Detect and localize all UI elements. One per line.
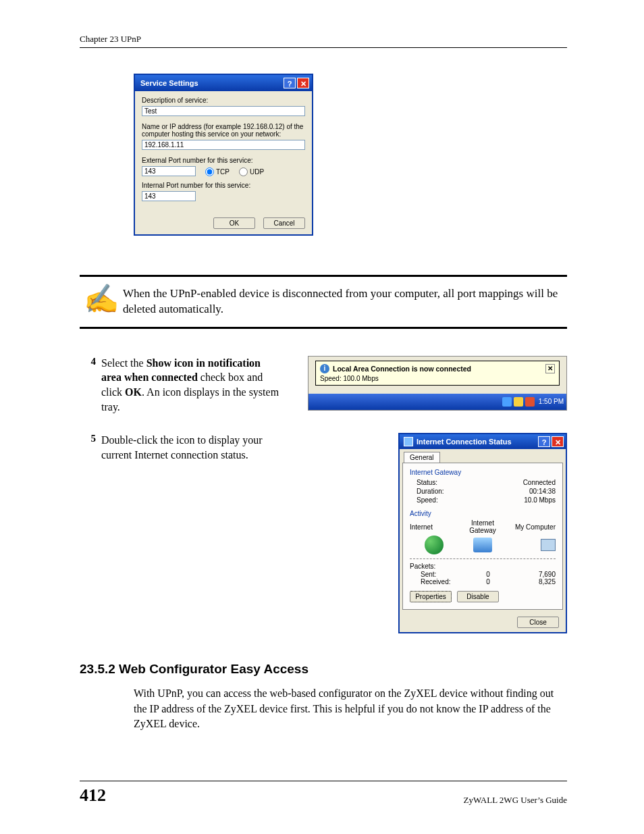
systray-icons bbox=[502, 397, 535, 407]
group-internet-gateway: Internet Gateway bbox=[410, 469, 556, 476]
dialog-title: Internet Connection Status bbox=[417, 438, 537, 446]
tab-general[interactable]: General bbox=[404, 452, 440, 463]
disable-button[interactable]: Disable bbox=[457, 591, 499, 602]
computer-icon bbox=[541, 539, 556, 551]
cancel-button[interactable]: Cancel bbox=[263, 217, 305, 229]
received-gw-value: 0 bbox=[466, 578, 510, 585]
host-input[interactable] bbox=[142, 140, 305, 150]
dialog-title: Service Settings bbox=[140, 79, 198, 87]
window-icon bbox=[404, 437, 413, 446]
received-pc-value: 8,325 bbox=[511, 578, 556, 585]
taskbar: 1:50 PM bbox=[308, 394, 566, 410]
status-value: Connected bbox=[523, 479, 556, 486]
gateway-icon bbox=[473, 538, 492, 552]
balloon-title: Local Area Connection is now connected bbox=[333, 365, 471, 373]
received-label: Received: bbox=[421, 578, 465, 585]
shield-icon[interactable] bbox=[514, 397, 523, 407]
duration-value: 00:14:38 bbox=[529, 488, 556, 495]
page-number: 412 bbox=[80, 785, 106, 806]
packets-label: Packets: bbox=[410, 563, 435, 570]
activity-computer-label: My Computer bbox=[508, 523, 556, 531]
tcp-label: TCP bbox=[216, 168, 230, 176]
sent-pc-value: 7,690 bbox=[511, 571, 556, 578]
balloon-speed: Speed: 100.0 Mbps bbox=[320, 375, 555, 382]
ok-button[interactable]: OK bbox=[213, 217, 255, 229]
step-text: Select the Show icon in notification are… bbox=[101, 356, 282, 414]
chapter-header: Chapter 23 UPnP bbox=[80, 34, 567, 48]
external-port-input[interactable] bbox=[142, 166, 196, 176]
section-paragraph: With UPnP, you can access the web-based … bbox=[134, 686, 567, 731]
close-icon[interactable]: ✕ bbox=[297, 78, 309, 88]
page-footer: 412 ZyWALL 2WG User’s Guide bbox=[80, 781, 567, 806]
activity-gateway-label: Internet Gateway bbox=[458, 519, 506, 534]
activity-internet-label: Internet bbox=[410, 523, 458, 531]
help-icon[interactable]: ? bbox=[538, 436, 550, 447]
step-5: 5 Double-click the icon to display your … bbox=[80, 433, 567, 633]
properties-button[interactable]: Properties bbox=[410, 591, 452, 602]
clock: 1:50 PM bbox=[539, 398, 564, 405]
duration-label: Duration: bbox=[417, 488, 444, 495]
volume-icon[interactable] bbox=[525, 397, 535, 407]
step-number: 5 bbox=[80, 433, 101, 633]
note-block: ✍ When the UPnP-enabled device is discon… bbox=[80, 275, 567, 329]
internet-connection-status-dialog: Internet Connection Status ? ✕ General I… bbox=[398, 433, 567, 633]
udp-label: UDP bbox=[250, 168, 264, 176]
sent-gw-value: 0 bbox=[466, 571, 510, 578]
description-label: Description of service: bbox=[142, 97, 305, 104]
balloon-tip: i Local Area Connection is now connected… bbox=[315, 361, 560, 386]
section-heading: 23.5.2 Web Configurator Easy Access bbox=[80, 662, 567, 677]
step-number: 4 bbox=[80, 356, 101, 414]
close-icon[interactable]: ✕ bbox=[552, 436, 564, 447]
globe-icon bbox=[425, 536, 444, 554]
info-icon: i bbox=[320, 364, 329, 373]
udp-radio[interactable]: UDP bbox=[239, 167, 264, 176]
status-label: Status: bbox=[417, 479, 437, 486]
speed-label: Speed: bbox=[417, 496, 438, 504]
speed-value: 10.0 Mbps bbox=[524, 496, 556, 504]
step-4: 4 Select the Show icon in notification a… bbox=[80, 356, 567, 414]
internal-port-input[interactable] bbox=[142, 191, 196, 201]
tcp-radio[interactable]: TCP bbox=[205, 167, 230, 176]
dialog-titlebar: Internet Connection Status ? ✕ bbox=[400, 434, 566, 449]
balloon-close-icon[interactable]: ✕ bbox=[545, 364, 555, 373]
dialog-titlebar: Service Settings ? ✕ bbox=[135, 75, 312, 91]
tray-notification: i Local Area Connection is now connected… bbox=[308, 356, 567, 411]
step-text: Double-click the icon to display your cu… bbox=[101, 433, 282, 633]
sent-label: Sent: bbox=[421, 571, 465, 578]
service-settings-dialog: Service Settings ? ✕ Description of serv… bbox=[134, 74, 313, 236]
note-text: When the UPnP-enabled device is disconne… bbox=[123, 286, 567, 317]
close-button[interactable]: Close bbox=[517, 617, 559, 628]
host-label: Name or IP address (for example 192.168.… bbox=[142, 123, 305, 138]
description-input[interactable] bbox=[142, 106, 305, 116]
external-port-label: External Port number for this service: bbox=[142, 157, 305, 164]
group-activity: Activity bbox=[410, 510, 556, 517]
note-icon: ✍ bbox=[80, 286, 123, 312]
guide-name: ZyWALL 2WG User’s Guide bbox=[464, 795, 567, 806]
internal-port-label: Internal Port number for this service: bbox=[142, 182, 305, 189]
network-icon[interactable] bbox=[502, 397, 512, 407]
help-icon[interactable]: ? bbox=[284, 78, 296, 88]
